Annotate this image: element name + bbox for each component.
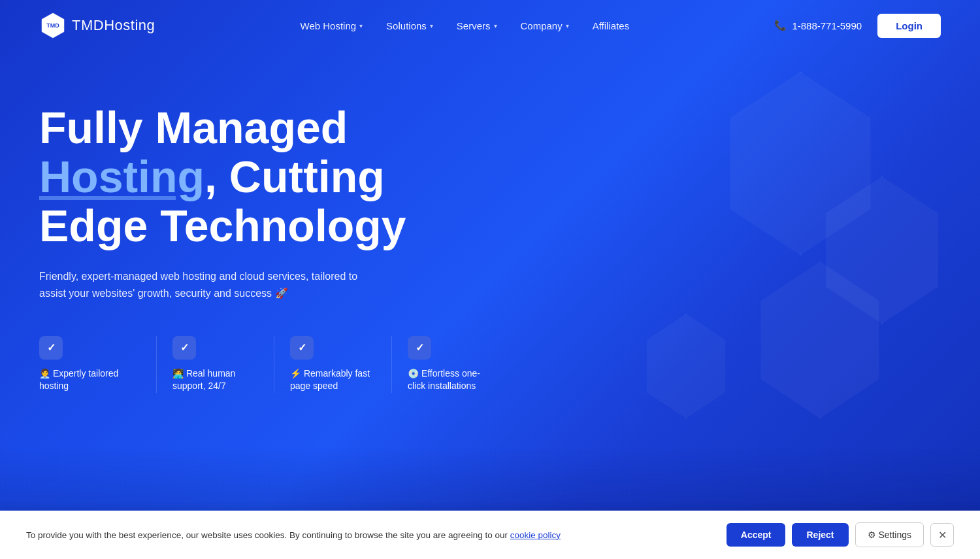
logo[interactable]: TMD TMDHosting <box>39 12 155 39</box>
hero-title: Fully Managed Hosting, Cutting Edge Tech… <box>39 103 457 250</box>
login-button[interactable]: Login <box>877 14 941 38</box>
hero-title-part1: Fully Managed <box>39 103 348 152</box>
check-badge-2: ✓ <box>290 336 314 360</box>
header-right: 📞 1-888-771-5990 Login <box>774 14 941 38</box>
feature-label-1: 🧑‍💻 Real human support, 24/7 <box>172 367 258 393</box>
nav-item-servers[interactable]: Servers ▾ <box>457 20 497 31</box>
nav-item-affiliates[interactable]: Affiliates <box>593 20 629 31</box>
features-row: ✓ 🧑‍💼 Expertly tailored hosting ✓ 🧑‍💻 Re… <box>39 336 457 393</box>
chevron-down-icon: ▾ <box>566 22 569 29</box>
header: TMD TMDHosting Web Hosting ▾ Solutions ▾… <box>0 0 980 51</box>
cookie-settings-button[interactable]: ⚙ Settings <box>855 522 924 547</box>
feature-label-0: 🧑‍💼 Expertly tailored hosting <box>39 367 140 393</box>
chevron-down-icon: ▾ <box>359 22 363 29</box>
check-badge-3: ✓ <box>408 336 431 360</box>
cookie-actions: Accept Reject ⚙ Settings ✕ <box>727 522 954 547</box>
logo-text: TMDHosting <box>72 17 155 34</box>
nav-item-company[interactable]: Company ▾ <box>521 20 569 31</box>
nav-item-solutions[interactable]: Solutions ▾ <box>386 20 433 31</box>
svg-text:TMD: TMD <box>46 22 59 29</box>
cookie-accept-button[interactable]: Accept <box>727 523 786 547</box>
chevron-down-icon: ▾ <box>430 22 433 29</box>
main-nav: Web Hosting ▾ Solutions ▾ Servers ▾ Comp… <box>301 20 630 31</box>
feature-label-3: 💿 Effortless one-click installations <box>408 367 494 393</box>
cookie-banner: To provide you with the best experience,… <box>0 511 980 559</box>
cookie-reject-button[interactable]: Reject <box>792 523 848 547</box>
feature-card-3: ✓ 💿 Effortless one-click installations <box>392 336 510 393</box>
check-badge-0: ✓ <box>39 336 63 360</box>
logo-icon: TMD <box>39 12 67 39</box>
phone-area[interactable]: 📞 1-888-771-5990 <box>774 20 862 31</box>
cookie-policy-link[interactable]: cookie policy <box>510 530 561 540</box>
hero-title-highlight: Hosting <box>39 152 204 201</box>
feature-label-2: ⚡ Remarkably fast page speed <box>290 367 376 393</box>
hero-section: Fully Managed Hosting, Cutting Edge Tech… <box>0 51 497 432</box>
feature-card-1: ✓ 🧑‍💻 Real human support, 24/7 <box>157 336 274 393</box>
close-icon: ✕ <box>938 529 947 541</box>
chevron-down-icon: ▾ <box>494 22 497 29</box>
phone-icon: 📞 <box>774 20 787 31</box>
hero-subtitle: Friendly, expert-managed web hosting and… <box>39 268 379 301</box>
cookie-text: To provide you with the best experience,… <box>26 530 711 540</box>
feature-card-2: ✓ ⚡ Remarkably fast page speed <box>274 336 392 393</box>
phone-number: 1-888-771-5990 <box>792 20 862 31</box>
nav-item-web-hosting[interactable]: Web Hosting ▾ <box>301 20 363 31</box>
cookie-close-button[interactable]: ✕ <box>930 523 954 547</box>
feature-card-0: ✓ 🧑‍💼 Expertly tailored hosting <box>39 336 157 393</box>
check-badge-1: ✓ <box>172 336 196 360</box>
